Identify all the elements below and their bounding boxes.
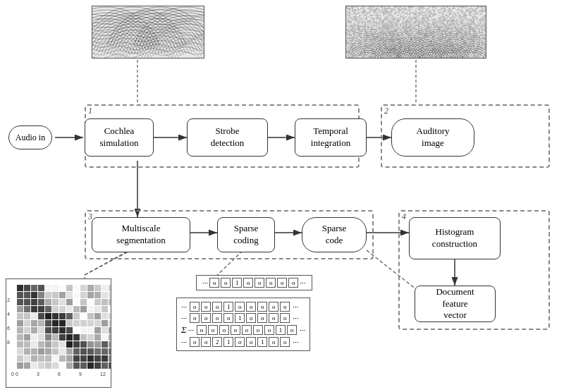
sparse-code-block: Sparsecode xyxy=(302,217,367,252)
code-row-2: ··· oooo1oooo ··· xyxy=(181,313,305,323)
sparse-coding-block: Sparsecoding xyxy=(217,217,275,252)
code-row-sigma: Σ ··· ooooooo1o ··· xyxy=(181,324,305,336)
cochleagram-right xyxy=(345,6,486,59)
temporal-block: Temporalintegration xyxy=(295,118,367,157)
cochlea-block: Cochleasimulation xyxy=(85,118,154,157)
box-label-1: 1 xyxy=(88,106,92,116)
audio-in-block: Audio in xyxy=(8,125,52,149)
diagram: 1 2 3 4 Audio in Cochleasimulation Strob… xyxy=(0,0,564,392)
strobe-block: Strobedetection xyxy=(187,118,268,157)
strobe-label: Strobedetection xyxy=(211,125,245,149)
cochleagram-left xyxy=(92,6,204,59)
multiscale-label: Multiscalesegmentation xyxy=(116,223,165,247)
sparse-code-multi-rows: ··· ooo1ooooo ··· ··· oooo1oooo ··· Σ ··… xyxy=(176,298,310,351)
dots-left-single: ··· xyxy=(202,278,208,287)
histogram-block: Histogramconstruction xyxy=(409,217,501,259)
document-block: Documentfeaturevector xyxy=(415,286,496,322)
document-label: Documentfeaturevector xyxy=(436,286,474,322)
code-cells-single: o o 1 o o o o o xyxy=(209,278,298,288)
sparse-coding-label: Sparsecoding xyxy=(233,223,258,247)
histogram-label: Histogramconstruction xyxy=(432,226,477,250)
code-row-4: ··· oo21oo1oo ··· xyxy=(181,337,305,347)
auditory-block: Auditoryimage xyxy=(391,118,474,157)
sparse-code-single-row: ··· o o 1 o o o o o ··· xyxy=(196,275,312,290)
temporal-label: Temporalintegration xyxy=(311,125,350,149)
auditory-label: Auditoryimage xyxy=(417,125,450,149)
sparse-code-label: Sparsecode xyxy=(322,223,347,247)
code-row-1: ··· ooo1ooooo ··· xyxy=(181,302,305,312)
dots-right-single: ··· xyxy=(300,278,305,287)
audio-in-label: Audio in xyxy=(16,133,45,143)
multiscale-block: Multiscalesegmentation xyxy=(92,217,190,252)
matrix-visualization xyxy=(6,278,111,388)
box-label-2: 2 xyxy=(384,106,388,116)
cochlea-label: Cochleasimulation xyxy=(100,125,139,149)
box-label-4: 4 xyxy=(402,212,406,222)
